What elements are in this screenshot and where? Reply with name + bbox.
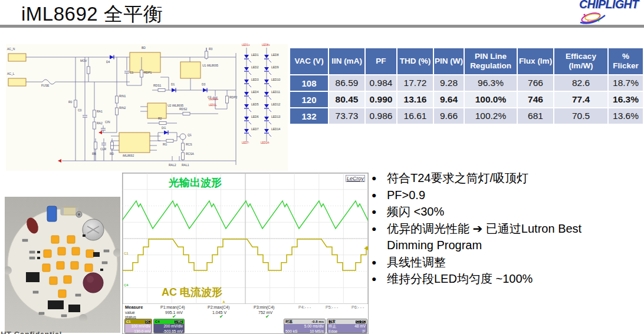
component-label: AC_L: [7, 72, 15, 75]
col-header-pin: PIN (W): [434, 48, 464, 74]
component-label: RAL2: [169, 164, 176, 167]
component-label: R3: [209, 48, 212, 51]
col-header-iin: IIN (mA): [329, 48, 364, 74]
led-label: LED7: [251, 128, 259, 131]
channel-4-box: C41 MΩ 200 mV/div -503.65 mV: [153, 319, 185, 333]
measure-param-status: ✔: [265, 315, 270, 319]
chiplight-logo-text: CHIPLIGHT: [579, 0, 639, 11]
col-header-vac: VAC (V): [290, 48, 328, 74]
table-row: 132 73.73 0.986 16.61 9.66 100.2% 681 70…: [290, 108, 643, 124]
bullet-item: 维持分段LED均匀度 ~100%: [372, 270, 631, 287]
row-header: 132: [290, 108, 328, 124]
component-label: CIN: [105, 121, 110, 124]
ac-current-wave-label: AC 电流波形: [162, 285, 222, 299]
component-label: RA2: [97, 122, 103, 125]
svg-text:C1: C1: [124, 252, 129, 255]
row-header: 108: [290, 75, 328, 91]
component-label: Q1: [188, 134, 192, 137]
schematic-drawing: [6, 44, 288, 171]
col-header-flicker: % Flicker: [609, 48, 643, 74]
led-label: LED9: [271, 66, 279, 69]
trigger-level: 48 mV: [354, 325, 366, 329]
component-label: D1: [171, 83, 175, 86]
led-label: LED2: [251, 66, 259, 69]
led-label: LED1: [251, 54, 259, 57]
component-label: RIN2: [119, 107, 126, 110]
component-label: U2 iML8695: [167, 104, 183, 107]
trigger-type: Edge: [328, 330, 337, 334]
table-row: 120 80.45 0.990 13.16 9.64 100.0% 746 77…: [290, 92, 643, 107]
led-label: LED13: [271, 115, 280, 118]
measure-param-status: ✔: [172, 315, 176, 319]
led-label: LED3: [251, 78, 259, 81]
value-row-label: value: [125, 310, 135, 315]
trigger-mode: 停止: [328, 325, 336, 329]
timebase-rate: 10 MS/s: [310, 330, 324, 334]
net-label: LED7-: [242, 142, 249, 145]
title-divider: [0, 25, 644, 28]
measure-param-name: P3:min(C4): [254, 305, 274, 309]
led-label: LED6: [251, 115, 259, 118]
channel-1-offset: 130.0 mV: [126, 330, 150, 334]
bullet-item: 符合T24要求之筒灯/吸顶灯: [372, 170, 631, 187]
component-label: RDS2: [179, 108, 187, 111]
timebase-scale: 5.00 ms/div: [285, 325, 324, 329]
light-output-wave-label: 光输出波形: [169, 176, 222, 190]
component-label: RCS: [186, 143, 192, 146]
svg-text:C4: C4: [124, 283, 129, 287]
net-label: LED1+: [242, 44, 250, 47]
led-label: LED10: [271, 78, 280, 81]
trigger-title: 触发: [328, 320, 336, 323]
timebase-title: 时基: [285, 320, 293, 323]
bullet-item: 优异的调光性能 ➔ 已通过Lutron Best Dimming Program: [372, 220, 631, 254]
status-row-label: status: [125, 315, 136, 319]
measure-row-label: Measure: [125, 305, 143, 310]
page-title: iML8692 全平衡: [21, 1, 163, 28]
component-label: RA1: [97, 110, 103, 113]
component-label: DG: [162, 127, 166, 130]
bullet-item: 频闪 <30%: [372, 203, 631, 220]
bullet-item: PF>0.9: [372, 187, 631, 204]
component-label: D4: [106, 61, 110, 64]
component-label: FUSE: [41, 84, 49, 87]
component-label: RDS1: [153, 84, 161, 87]
measure-param-name: P4:- - -: [298, 305, 311, 309]
channel-1-scale: 100 mV/div: [126, 325, 150, 329]
component-label: BD: [142, 47, 146, 49]
component-label: RG: [163, 143, 167, 146]
component-label: AC_N: [7, 48, 15, 51]
component-label: R2: [158, 117, 162, 120]
component-label: RDP1: [144, 71, 152, 74]
col-header-pf: PF: [366, 48, 396, 74]
channel-4-offset: -503.65 mV: [155, 330, 183, 334]
chiplight-logo-swirl-icon: [579, 11, 607, 26]
component-label: RDP2: [229, 96, 237, 99]
component-label: RIN1: [119, 95, 126, 98]
col-header-thd: THD (%): [397, 48, 433, 74]
confidential-footer: CHIPLIGHT Confidential: [0, 330, 62, 334]
led-label: LED14: [271, 128, 280, 131]
measure-param-name: P2:max(C4): [208, 305, 229, 309]
table-header-row: VAC (V) IIN (mA) PF THD (%) PIN (W) PIN …: [290, 48, 643, 74]
channel-4-label: C4: [155, 320, 160, 323]
channel-1-label: C1: [126, 320, 131, 323]
component-label: RAL1: [182, 164, 189, 167]
timebase-samples: 500 kS: [285, 330, 297, 334]
component-label: RD: [110, 153, 114, 156]
measure-param-name: P1:mean(C4): [160, 305, 185, 309]
led-pcb-photo: [5, 197, 120, 333]
component-label: CLR: [100, 148, 106, 151]
measure-param-name: P6:- - -: [351, 305, 364, 309]
net-label: LED14-: [261, 142, 270, 145]
component-label: iML8692: [123, 154, 134, 157]
component-label: D3: [202, 83, 205, 86]
scope-grid: C1C4: [123, 173, 368, 304]
table-row: 108 86.59 0.984 17.72 9.28 96.3% 766 82.…: [290, 75, 643, 91]
component-label: C2: [208, 96, 211, 99]
timebase-offset: -0.8 ms: [311, 320, 324, 323]
feature-bullet-list: 符合T24要求之筒灯/吸顶灯 PF>0.9 频闪 <30% 优异的调光性能 ➔ …: [372, 170, 631, 287]
col-header-efficacy: Efficacy (lm/W): [554, 48, 607, 74]
led-label: LED5: [251, 103, 259, 106]
component-label: RCSA: [186, 153, 194, 156]
led-label: LED8: [271, 54, 279, 57]
